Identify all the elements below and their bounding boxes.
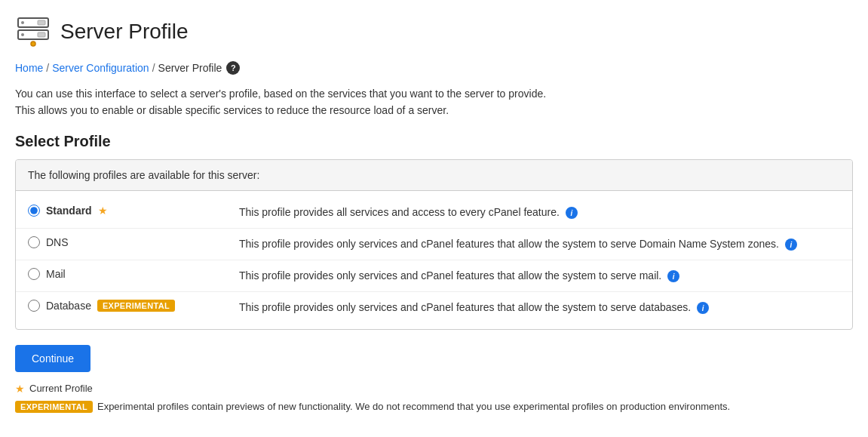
svg-point-3: [21, 33, 24, 36]
breadcrumb-current: Server Profile: [158, 62, 222, 74]
info-icon-mail[interactable]: i: [667, 270, 679, 282]
help-icon[interactable]: ?: [226, 61, 240, 75]
svg-point-2: [21, 21, 24, 24]
profile-box-header: The following profiles are available for…: [16, 160, 852, 191]
profile-label-dns: DNS: [46, 236, 69, 248]
profile-label-col-database: Database Experimental: [28, 300, 239, 312]
profile-description-standard: This profile provides all services and a…: [239, 205, 840, 220]
breadcrumb: Home / Server Configuration / Server Pro…: [15, 61, 853, 75]
info-icon-dns[interactable]: i: [785, 239, 797, 251]
profile-label-mail: Mail: [46, 268, 66, 280]
profile-options-list: Standard ★ This profile provides all ser…: [16, 191, 852, 329]
legend-experimental: Experimental Experimental profiles conta…: [15, 401, 853, 413]
profile-label-col-standard: Standard ★: [28, 205, 239, 217]
svg-point-6: [31, 42, 35, 46]
profile-radio-dns[interactable]: [28, 236, 40, 248]
continue-button[interactable]: Continue: [15, 345, 90, 372]
legend-current-label: Current Profile: [29, 383, 93, 394]
breadcrumb-separator-1: /: [46, 62, 49, 74]
profile-description-database: This profile provides only services and …: [239, 300, 840, 315]
profile-label-database: Database: [46, 300, 91, 312]
profile-radio-standard[interactable]: [28, 205, 40, 217]
description-line2: This allows you to enable or disable spe…: [15, 102, 853, 118]
legend-current-profile: ★ Current Profile: [15, 383, 853, 395]
page-header: Server Profile: [15, 12, 853, 51]
server-icon: [15, 12, 51, 51]
svg-rect-4: [38, 20, 45, 25]
current-profile-star-standard: ★: [98, 205, 108, 217]
page-description: You can use this interface to select a s…: [15, 85, 853, 119]
profile-label-col-dns: DNS: [28, 236, 239, 248]
description-line1: You can use this interface to select a s…: [15, 85, 853, 102]
breadcrumb-separator-2: /: [152, 62, 155, 74]
legend: ★ Current Profile Experimental Experimen…: [15, 383, 853, 413]
breadcrumb-server-config-link[interactable]: Server Configuration: [52, 62, 149, 74]
page-title: Server Profile: [60, 20, 189, 44]
profile-label-col-mail: Mail: [28, 268, 239, 280]
breadcrumb-home-link[interactable]: Home: [15, 62, 43, 74]
profile-selection-box: The following profiles are available for…: [15, 159, 853, 330]
info-icon-database[interactable]: i: [697, 302, 709, 314]
legend-experimental-badge: Experimental: [15, 401, 93, 413]
legend-experimental-description: Experimental profiles contain previews o…: [97, 401, 730, 412]
profile-radio-database[interactable]: [28, 300, 40, 312]
info-icon-standard[interactable]: i: [566, 207, 578, 219]
section-title: Select Profile: [15, 133, 853, 150]
experimental-badge-database: Experimental: [97, 300, 175, 312]
profile-row-database: Database Experimental This profile provi…: [16, 292, 852, 323]
profile-description-mail: This profile provides only services and …: [239, 268, 840, 284]
profile-row-dns: DNS This profile provides only services …: [16, 229, 852, 260]
profile-radio-mail[interactable]: [28, 268, 40, 280]
profile-label-standard: Standard: [46, 205, 92, 217]
profile-row-mail: Mail This profile provides only services…: [16, 260, 852, 292]
legend-star-icon: ★: [15, 383, 25, 395]
svg-rect-5: [38, 32, 45, 37]
profile-description-dns: This profile provides only services and …: [239, 236, 840, 252]
profile-row-standard: Standard ★ This profile provides all ser…: [16, 197, 852, 229]
